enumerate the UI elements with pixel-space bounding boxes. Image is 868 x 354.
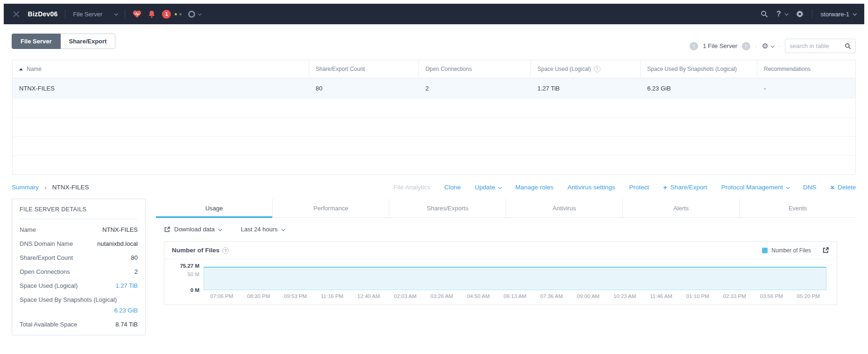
table-row-empty — [13, 98, 855, 117]
warning-dot-icon[interactable] — [175, 13, 177, 15]
info-dot-icon[interactable] — [179, 13, 182, 15]
separator: · — [755, 42, 757, 49]
tab-share-export[interactable]: Share/Export — [61, 34, 116, 49]
tab-events[interactable]: Events — [740, 199, 856, 217]
space-snapshots-link[interactable]: 6.23 GiB — [20, 307, 138, 314]
file-server-table: Name Share/Export Count Open Connections… — [12, 60, 856, 175]
column-header-recommendations[interactable]: Recommendations — [757, 60, 855, 78]
x-tick-label: 11:16 PM — [321, 293, 343, 299]
context-selector[interactable]: File Server — [73, 11, 117, 18]
nutanix-logo-icon[interactable]: ✕ — [12, 9, 21, 19]
x-tick-label: 12:40 AM — [357, 293, 380, 299]
tab-file-server[interactable]: File Server — [12, 34, 61, 49]
chart-legend: Number of Files — [762, 247, 829, 254]
chevron-down-icon — [784, 12, 788, 15]
cell-space-snapshots: 6.23 GiB — [641, 85, 757, 92]
detail-row-space-snapshots: Space Used By Snapshots (Logical) 6.23 G… — [20, 296, 138, 314]
number-of-files-chart: Number of Files ? Number of Files — [164, 241, 837, 305]
dns-link[interactable]: DNS — [803, 184, 817, 191]
column-header-space-used[interactable]: Space Used (Logical)? — [531, 60, 641, 78]
plot-area[interactable] — [204, 266, 826, 290]
table-toolbar: 1 File Server · ⚙ · — [4, 39, 856, 53]
x-axis-labels: 07:06 PM08:30 PM09:53 PM11:16 PM12:40 AM… — [204, 293, 826, 299]
table-search — [785, 39, 856, 53]
entity-count: 1 File Server — [703, 42, 737, 49]
table-search-input[interactable] — [790, 42, 845, 49]
help-menu[interactable]: ? — [776, 10, 788, 18]
tasks-ring-icon[interactable] — [188, 11, 195, 18]
protect-link[interactable]: Protect — [629, 184, 649, 191]
legend-swatch — [762, 248, 768, 253]
detail-row-dns: DNS Domain Name nutanixbd.local — [20, 240, 138, 247]
entity-actions: File Analytics Clone Update Manage roles… — [394, 183, 856, 191]
area-fill — [204, 267, 826, 290]
help-icon[interactable]: ? — [222, 247, 229, 254]
cluster-name: BizDev06 — [28, 10, 58, 18]
export-icon — [164, 226, 170, 233]
x-tick-label: 02:33 PM — [723, 293, 746, 299]
time-range-menu[interactable]: Last 24 hours — [241, 226, 284, 233]
separator: · — [778, 42, 780, 49]
protocol-management-menu[interactable]: Protocol Management — [721, 184, 789, 191]
manage-roles-link[interactable]: Manage roles — [515, 184, 553, 191]
space-used-link[interactable]: 1.27 TiB — [115, 282, 138, 289]
file-server-details-panel: FILE SERVER DETAILS Name NTNX-FILES DNS … — [12, 199, 146, 335]
x-tick-label: 04:50 AM — [467, 293, 490, 299]
x-tick-label: 11:46 AM — [650, 293, 672, 299]
chevron-down-icon[interactable] — [198, 12, 202, 15]
column-header-name[interactable]: Name — [13, 60, 309, 78]
detail-row-share-count: Share/Export Count 80 — [20, 254, 138, 261]
plus-icon: + — [663, 183, 667, 191]
x-tick-label: 09:00 AM — [577, 293, 600, 299]
context-label: File Server — [73, 11, 102, 18]
user-menu[interactable]: storware-1 — [821, 11, 856, 18]
file-analytics-link: File Analytics — [394, 184, 430, 191]
tab-alerts[interactable]: Alerts — [623, 199, 740, 217]
help-icon[interactable]: ? — [594, 66, 600, 72]
breadcrumb-action-bar: Summary › NTNX-FILES File Analytics Clon… — [12, 183, 856, 191]
x-tick-label: 01:10 PM — [686, 293, 709, 299]
antivirus-settings-link[interactable]: Antivirus settings — [567, 184, 615, 191]
settings-gear-icon[interactable] — [796, 10, 804, 18]
tab-performance[interactable]: Performance — [273, 199, 389, 217]
chevron-down-icon — [114, 12, 118, 15]
column-header-space-snapshots[interactable]: Space Used By Snapshots (Logical) — [641, 60, 757, 78]
alerts-bell-icon[interactable] — [148, 10, 155, 18]
chevron-down-icon — [853, 12, 856, 15]
table-row[interactable]: NTNX-FILES 80 2 1.27 TiB 6.23 GiB - — [13, 78, 855, 98]
tab-usage[interactable]: Usage — [156, 199, 273, 217]
details-panel-title: FILE SERVER DETAILS — [20, 206, 138, 219]
y-tick-label: 75.27 M — [180, 263, 199, 269]
column-header-share-export-count[interactable]: Share/Export Count — [309, 60, 419, 78]
add-share-export-link[interactable]: + Share/Export — [663, 183, 707, 191]
search-icon[interactable] — [761, 10, 768, 18]
y-tick-label: 0 M — [191, 287, 199, 293]
expand-chart-icon[interactable] — [822, 247, 829, 254]
table-row-empty — [13, 136, 855, 155]
alert-count-badge[interactable]: 1 — [162, 10, 171, 19]
delete-link[interactable]: × Delete — [830, 183, 856, 191]
health-heart-icon[interactable] — [133, 10, 141, 18]
table-row-empty — [13, 117, 855, 136]
breadcrumb-current: NTNX-FILES — [52, 184, 89, 191]
tab-shares-exports[interactable]: Shares/Exports — [389, 199, 506, 217]
page-next-button[interactable] — [742, 42, 750, 50]
clone-link[interactable]: Clone — [445, 184, 461, 191]
chart-controls: Download data Last 24 hours — [164, 226, 856, 233]
download-data-menu[interactable]: Download data — [164, 226, 221, 233]
search-icon — [845, 43, 851, 49]
cell-recommendations: - — [757, 85, 855, 92]
tab-antivirus[interactable]: Antivirus — [506, 199, 623, 217]
column-header-open-connections[interactable]: Open Connections — [419, 60, 531, 78]
divider — [812, 9, 812, 19]
update-menu[interactable]: Update — [475, 184, 501, 191]
detail-row-space-used: Space Used (Logical) 1.27 TiB — [20, 282, 138, 289]
cell-name[interactable]: NTNX-FILES — [13, 85, 309, 92]
page-prev-button[interactable] — [690, 42, 698, 50]
table-settings-gear-icon[interactable]: ⚙ — [762, 42, 773, 50]
breadcrumb-summary-link[interactable]: Summary — [12, 184, 39, 191]
detail-row-name: Name NTNX-FILES — [20, 226, 138, 233]
cell-share-export-count: 80 — [309, 85, 419, 92]
cell-space-used: 1.27 TiB — [531, 85, 641, 92]
y-axis: 75.27 M 50 M 0 M — [170, 266, 204, 290]
